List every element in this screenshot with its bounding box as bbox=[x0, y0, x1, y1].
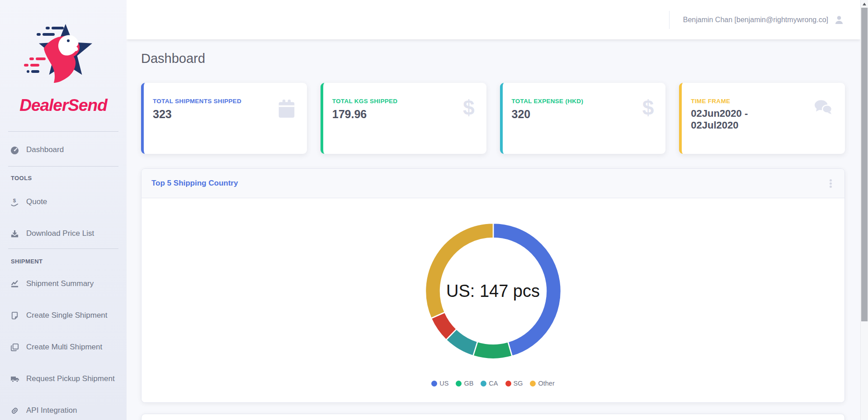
scrollbar-thumb[interactable] bbox=[861, 8, 868, 321]
chart-panel-header: Top 5 Shipping Country bbox=[142, 169, 844, 198]
legend-item-other[interactable]: Other bbox=[530, 380, 554, 387]
donut-chart: US: 147 pcs bbox=[421, 219, 566, 363]
legend-label: GB bbox=[464, 380, 473, 387]
legend-dot bbox=[530, 381, 536, 387]
donut-center-label: US: 147 pcs bbox=[421, 219, 566, 363]
sidebar-item-create-single-shipment[interactable]: Create Single Shipment bbox=[0, 306, 127, 325]
user-icon[interactable] bbox=[834, 14, 844, 25]
sidebar-divider bbox=[8, 131, 118, 132]
stat-card-total-kgs: TOTAL KGS SHIPPED 179.96 $ bbox=[321, 83, 486, 154]
eagle-star-logo-icon bbox=[20, 13, 106, 94]
sidebar-item-label: Shipment Summary bbox=[26, 279, 94, 288]
sidebar-item-api-integration[interactable]: API Integration bbox=[0, 401, 127, 420]
stat-card-total-expense: TOTAL EXPENSE (HKD) 320 $ bbox=[500, 83, 666, 154]
legend-item-us[interactable]: US bbox=[431, 380, 448, 387]
download-icon bbox=[10, 229, 19, 239]
next-card-partial bbox=[141, 414, 845, 420]
legend-dot bbox=[505, 381, 511, 387]
legend-label: US bbox=[439, 380, 448, 387]
sidebar: DealerSend Dashboard TOOLS $ Quote bbox=[0, 0, 127, 420]
chart-legend: US GB CA SG Other bbox=[142, 380, 844, 387]
sidebar-item-label: Download Price List bbox=[26, 229, 94, 238]
file-icon bbox=[10, 311, 19, 320]
legend-item-ca[interactable]: CA bbox=[481, 380, 498, 387]
top-shipping-country-panel: Top 5 Shipping Country US: 147 pcs US GB bbox=[141, 168, 845, 403]
chart-panel-title: Top 5 Shipping Country bbox=[151, 179, 238, 188]
link-icon bbox=[10, 406, 19, 415]
sidebar-item-shipment-summary[interactable]: Shipment Summary bbox=[0, 275, 127, 293]
topbar-divider bbox=[669, 11, 670, 29]
sidebar-item-download-price-list[interactable]: Download Price List bbox=[0, 224, 127, 243]
sidebar-item-label: Request Pickup Shipment bbox=[26, 374, 115, 383]
tachometer-icon bbox=[10, 145, 19, 155]
copy-icon bbox=[10, 343, 19, 352]
sidebar-item-label: Create Multi Shipment bbox=[26, 343, 102, 352]
stat-card-value: 320 bbox=[512, 108, 584, 121]
sidebar-item-dashboard[interactable]: Dashboard bbox=[0, 141, 127, 159]
scroll-up-arrow[interactable] bbox=[861, 0, 868, 8]
dealersend-logo[interactable]: DealerSend bbox=[0, 0, 127, 115]
sidebar-item-label: Dashboard bbox=[26, 145, 64, 154]
legend-item-gb[interactable]: GB bbox=[456, 380, 473, 387]
stat-card-time-frame: TIME FRAME 02Jun2020 - 02Jul2020 bbox=[679, 83, 845, 154]
ellipsis-menu-icon[interactable] bbox=[828, 177, 834, 190]
stat-card-label: TOTAL EXPENSE (HKD) bbox=[512, 98, 584, 105]
sidebar-divider bbox=[8, 166, 118, 167]
stat-card-label: TIME FRAME bbox=[691, 98, 777, 105]
logo-wordmark: DealerSend bbox=[0, 96, 127, 115]
page-title: Dashboard bbox=[141, 51, 845, 70]
user-menu-label[interactable]: Benjamin Chan [benjamin@rightmywrong.co] bbox=[683, 16, 828, 24]
stat-cards-row: TOTAL SHIPMENTS SHIPPED 323 TOTAL KGS SH… bbox=[141, 83, 845, 154]
sidebar-section-tools: TOOLS bbox=[0, 175, 127, 183]
stat-card-label: TOTAL KGS SHIPPED bbox=[332, 98, 398, 105]
truck-icon bbox=[10, 374, 19, 384]
sidebar-item-quote[interactable]: $ Quote bbox=[0, 193, 127, 211]
dollar-icon: $ bbox=[642, 99, 654, 117]
chart-body: US: 147 pcs US GB CA SG bbox=[142, 198, 844, 402]
stat-card-total-shipments: TOTAL SHIPMENTS SHIPPED 323 bbox=[141, 83, 307, 154]
sidebar-item-label: API Integration bbox=[26, 406, 77, 415]
svg-text:$: $ bbox=[13, 197, 16, 203]
legend-label: CA bbox=[489, 380, 498, 387]
legend-label: Other bbox=[538, 380, 554, 387]
legend-dot bbox=[456, 381, 462, 387]
stat-card-value: 02Jun2020 - 02Jul2020 bbox=[691, 108, 777, 132]
sidebar-item-label: Quote bbox=[26, 197, 47, 206]
chart-line-icon bbox=[10, 279, 19, 289]
dollar-icon: $ bbox=[463, 99, 475, 117]
vertical-scrollbar bbox=[860, 0, 868, 420]
legend-item-sg[interactable]: SG bbox=[505, 380, 523, 387]
legend-label: SG bbox=[514, 380, 523, 387]
comments-icon bbox=[813, 99, 833, 118]
calendar-icon bbox=[277, 99, 295, 120]
hand-dollar-icon: $ bbox=[10, 197, 19, 207]
stat-card-value: 323 bbox=[153, 108, 241, 121]
sidebar-divider bbox=[8, 248, 118, 249]
sidebar-section-shipment: SHIPMENT bbox=[0, 258, 127, 266]
legend-dot bbox=[431, 381, 437, 387]
sidebar-item-label: Create Single Shipment bbox=[26, 311, 108, 320]
legend-dot bbox=[481, 381, 486, 387]
sidebar-item-create-multi-shipment[interactable]: Create Multi Shipment bbox=[0, 338, 127, 356]
stat-card-label: TOTAL SHIPMENTS SHIPPED bbox=[153, 98, 241, 105]
topbar: Benjamin Chan [benjamin@rightmywrong.co] bbox=[127, 0, 860, 39]
main-content: Dashboard TOTAL SHIPMENTS SHIPPED 323 TO… bbox=[127, 39, 860, 420]
sidebar-item-request-pickup-shipment[interactable]: Request Pickup Shipment bbox=[0, 370, 127, 388]
stat-card-value: 179.96 bbox=[332, 108, 398, 121]
